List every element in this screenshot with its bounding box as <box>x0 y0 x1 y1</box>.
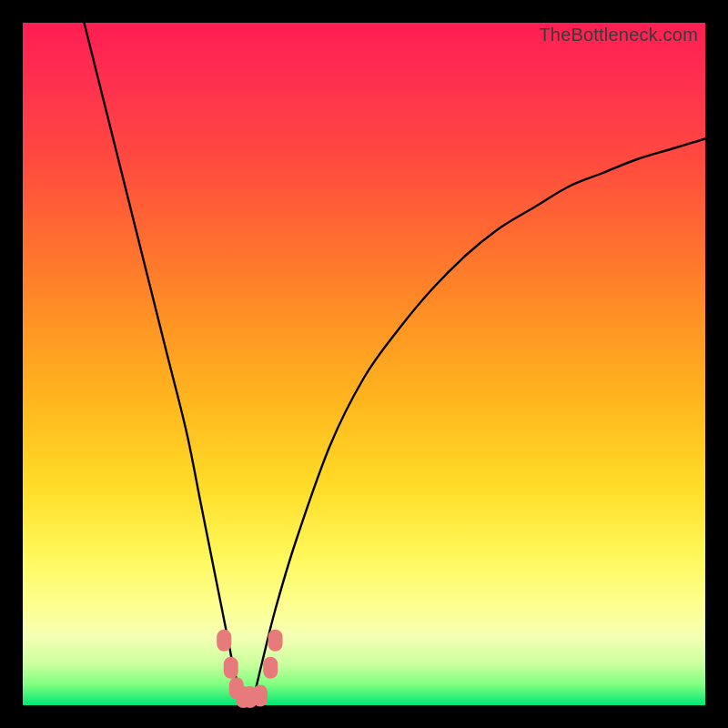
plot-area: TheBottleneck.com <box>23 23 705 705</box>
markers-group <box>217 630 282 708</box>
curve-marker <box>217 630 231 652</box>
curve-marker <box>268 630 283 652</box>
watermark-text: TheBottleneck.com <box>539 25 698 46</box>
curve-marker <box>253 685 268 707</box>
curve-marker <box>224 657 238 679</box>
curve-marker <box>263 657 278 679</box>
chart-svg <box>23 23 705 705</box>
chart-frame: TheBottleneck.com <box>0 0 728 728</box>
bottleneck-curve <box>85 23 706 705</box>
